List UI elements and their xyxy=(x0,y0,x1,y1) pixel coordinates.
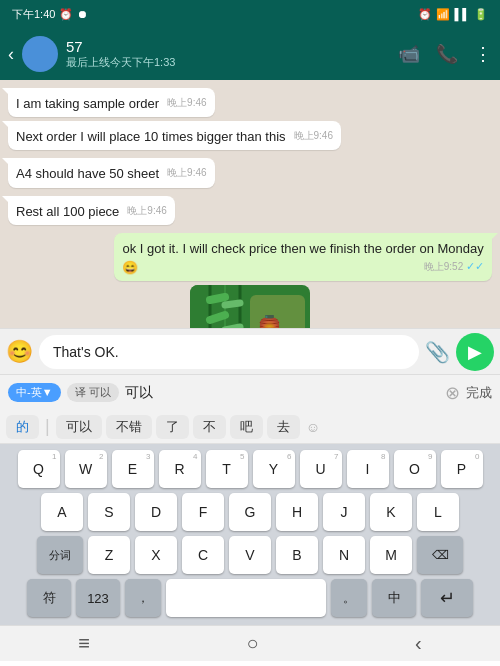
message-received-4: Rest all 100 piece 晚上9:46 xyxy=(8,196,492,229)
alarm-icon: ⏰ xyxy=(418,8,432,21)
key-R[interactable]: 4R xyxy=(159,450,201,488)
chat-header: ‹ 57 最后上线今天下午1:33 📹 📞 ⋮ xyxy=(0,28,500,80)
chat-area: I am taking sample order 晚上9:46 Next ord… xyxy=(0,80,500,328)
key-L[interactable]: L xyxy=(417,493,459,531)
key-backspace[interactable]: ⌫ xyxy=(417,536,463,574)
svg-line-4 xyxy=(210,297,225,300)
suggestion-item-0[interactable]: 的 xyxy=(6,415,39,439)
status-icons: ⏰ 📶 ▌▌ 🔋 xyxy=(418,8,488,21)
emoji-button[interactable]: 😊 xyxy=(6,339,33,365)
key-Y[interactable]: 6Y xyxy=(253,450,295,488)
key-O[interactable]: 9O xyxy=(394,450,436,488)
key-C[interactable]: C xyxy=(182,536,224,574)
key-N[interactable]: N xyxy=(323,536,365,574)
wifi-icon: 📶 xyxy=(436,8,450,21)
suggestion-item-1[interactable]: 可以 xyxy=(56,415,102,439)
key-S[interactable]: S xyxy=(88,493,130,531)
ime-bar: 中-英▼ 译 可以 可以 ⊗ 完成 xyxy=(0,374,500,410)
key-M[interactable]: M xyxy=(370,536,412,574)
key-P[interactable]: 0P xyxy=(441,450,483,488)
status-time: 下午1:40 ⏰ ⏺ xyxy=(12,7,88,22)
read-tick: ✓✓ xyxy=(466,260,484,272)
nav-bar: ≡ ○ ‹ xyxy=(0,625,500,661)
ime-done-button[interactable]: 完成 xyxy=(466,384,492,402)
msg-text-1: I am taking sample order xyxy=(16,96,159,111)
suggestion-item-2[interactable]: 不错 xyxy=(106,415,152,439)
msg-time-2: 晚上9:46 xyxy=(294,129,333,143)
svg-text:🏮: 🏮 xyxy=(252,314,287,328)
key-Z[interactable]: Z xyxy=(88,536,130,574)
key-W[interactable]: 2W xyxy=(65,450,107,488)
key-period[interactable]: 。 xyxy=(331,579,367,617)
video-call-icon[interactable]: 📹 xyxy=(398,43,420,65)
nav-back-icon[interactable]: ‹ xyxy=(415,632,422,655)
svg-line-5 xyxy=(210,315,225,320)
key-E[interactable]: 3E xyxy=(112,450,154,488)
keyboard: 1Q 2W 3E 4R 5T 6Y 7U 8I 9O 0P A S D F G … xyxy=(0,444,500,625)
message-received-2: Next order I will place 10 times bigger … xyxy=(8,121,492,154)
message-received-1: I am taking sample order 晚上9:46 xyxy=(8,88,492,121)
svg-line-6 xyxy=(225,303,240,305)
keyboard-row-1: 1Q 2W 3E 4R 5T 6Y 7U 8I 9O 0P xyxy=(2,450,498,488)
status-bar: 下午1:40 ⏰ ⏺ ⏰ 📶 ▌▌ 🔋 xyxy=(0,0,500,28)
message-sent-5: ok I got it. I will check price then we … xyxy=(8,233,492,281)
key-U[interactable]: 7U xyxy=(300,450,342,488)
key-I[interactable]: 8I xyxy=(347,450,389,488)
msg-text-4: Rest all 100 piece xyxy=(16,204,119,219)
key-enter[interactable]: ↵ xyxy=(421,579,473,617)
ime-translate-button[interactable]: 译 可以 xyxy=(67,383,119,402)
time-display: 下午1:40 xyxy=(12,7,55,22)
key-G[interactable]: G xyxy=(229,493,271,531)
ime-input-text: 可以 xyxy=(125,384,439,402)
key-comma[interactable]: ， xyxy=(125,579,161,617)
contact-status: 最后上线今天下午1:33 xyxy=(66,55,390,70)
ime-clear-icon[interactable]: ⊗ xyxy=(445,382,460,404)
attach-button[interactable]: 📎 xyxy=(425,340,450,364)
key-Q[interactable]: 1Q xyxy=(18,450,60,488)
send-button[interactable]: ▶ xyxy=(456,333,494,371)
send-icon: ▶ xyxy=(468,341,482,363)
suggestion-bar: 的 | 可以 不错 了 不 吧 去 ☺ xyxy=(0,410,500,444)
msg-time-3: 晚上9:46 xyxy=(167,166,206,180)
message-input[interactable] xyxy=(39,335,419,369)
suggestion-item-4[interactable]: 不 xyxy=(193,415,226,439)
key-T[interactable]: 5T xyxy=(206,450,248,488)
input-bar: 😊 📎 ▶ xyxy=(0,328,500,374)
ime-lang-button[interactable]: 中-英▼ xyxy=(8,383,61,402)
key-X[interactable]: X xyxy=(135,536,177,574)
header-actions: 📹 📞 ⋮ xyxy=(398,43,492,65)
voice-call-icon[interactable]: 📞 xyxy=(436,43,458,65)
nav-home-icon[interactable]: ○ xyxy=(246,632,258,655)
keyboard-bottom-row: 符 123 ， 。 中 ↵ xyxy=(2,579,498,617)
key-123[interactable]: 123 xyxy=(76,579,120,617)
key-B[interactable]: B xyxy=(276,536,318,574)
key-D[interactable]: D xyxy=(135,493,177,531)
key-V[interactable]: V xyxy=(229,536,271,574)
key-H[interactable]: H xyxy=(276,493,318,531)
key-A[interactable]: A xyxy=(41,493,83,531)
key-J[interactable]: J xyxy=(323,493,365,531)
key-fenchi[interactable]: 分词 xyxy=(37,536,83,574)
suggestion-item-3[interactable]: 了 xyxy=(156,415,189,439)
contact-info[interactable]: 57 最后上线今天下午1:33 xyxy=(66,38,390,70)
dragon-boat-image-wrap[interactable]: 🏮 🎋 The Dragon Boat Festival ∨ xyxy=(8,285,492,328)
more-options-icon[interactable]: ⋮ xyxy=(474,43,492,65)
msg-time-5: 晚上9:52 ✓✓ xyxy=(424,260,484,274)
suggestion-item-6[interactable]: 去 xyxy=(267,415,300,439)
msg-text-3: A4 should have 50 sheet xyxy=(16,166,159,181)
key-lang-switch[interactable]: 中 xyxy=(372,579,416,617)
back-icon[interactable]: ‹ xyxy=(8,44,14,65)
keyboard-row-3: 分词 Z X C V B N M ⌫ xyxy=(2,536,498,574)
signal-icon: ▌▌ xyxy=(454,8,470,20)
key-K[interactable]: K xyxy=(370,493,412,531)
status-icon-record: ⏺ xyxy=(77,8,88,20)
suggestion-item-5[interactable]: 吧 xyxy=(230,415,263,439)
key-space[interactable] xyxy=(166,579,326,617)
nav-menu-icon[interactable]: ≡ xyxy=(78,632,90,655)
msg-time-4: 晚上9:46 xyxy=(127,204,166,218)
key-F[interactable]: F xyxy=(182,493,224,531)
key-sym[interactable]: 符 xyxy=(27,579,71,617)
dragon-boat-image: 🏮 🎋 The Dragon Boat Festival xyxy=(190,285,310,328)
message-received-3: A4 should have 50 sheet 晚上9:46 xyxy=(8,158,492,191)
svg-line-7 xyxy=(225,327,240,328)
